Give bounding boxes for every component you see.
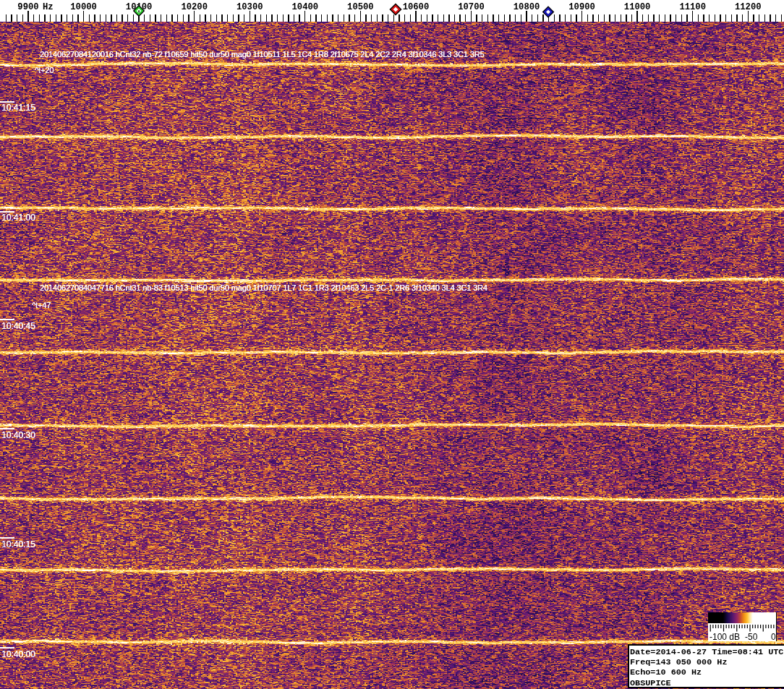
svg-text:9900: 9900 bbox=[17, 2, 38, 12]
svg-text:10600: 10600 bbox=[403, 2, 430, 12]
svg-text:10800: 10800 bbox=[514, 2, 540, 12]
svg-text:10900: 10900 bbox=[568, 2, 595, 12]
svg-text:10700: 10700 bbox=[458, 2, 485, 12]
svg-text:10000: 10000 bbox=[70, 2, 97, 12]
svg-text:10500: 10500 bbox=[347, 2, 374, 12]
svg-text:10200: 10200 bbox=[181, 2, 208, 12]
svg-text:11200: 11200 bbox=[735, 2, 762, 12]
svg-text:10400: 10400 bbox=[292, 2, 319, 12]
svg-text:11000: 11000 bbox=[624, 2, 651, 12]
svg-text:Hz: Hz bbox=[43, 2, 54, 12]
svg-text:11100: 11100 bbox=[679, 2, 706, 12]
svg-text:10300: 10300 bbox=[237, 2, 263, 12]
